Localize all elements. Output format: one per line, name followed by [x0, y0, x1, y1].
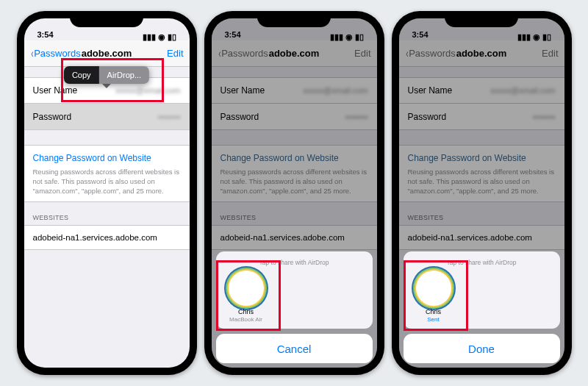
wifi-icon: ◉	[158, 32, 165, 39]
password-row[interactable]: Password ••••••••	[24, 104, 190, 130]
screen-2: 3:54 ▮▮▮ ◉ ▮▯ ‹ Passwords adobe.com Edit…	[212, 18, 377, 368]
website-item[interactable]: adobeid-na1.services.adobe.com	[24, 225, 190, 250]
done-button[interactable]: Done	[404, 334, 560, 363]
highlight-box	[216, 260, 281, 331]
phone-2: 3:54 ▮▮▮ ◉ ▮▯ ‹ Passwords adobe.com Edit…	[204, 11, 384, 375]
back-label: Passwords	[34, 48, 81, 59]
signal-icon: ▮▮▮	[143, 32, 156, 39]
highlight-box	[61, 58, 164, 102]
notch	[445, 11, 518, 27]
back-button[interactable]: ‹ Passwords	[30, 48, 81, 59]
edit-button[interactable]: Edit	[167, 48, 183, 59]
cancel-button[interactable]: Cancel	[216, 334, 373, 363]
websites-header: WEBSITES	[24, 202, 190, 225]
notch	[257, 11, 331, 27]
change-password-row[interactable]: Change Password on Website Reusing passw…	[24, 145, 190, 202]
status-icons: ▮▮▮ ◉ ▮▯	[143, 32, 176, 39]
page-title: adobe.com	[82, 48, 132, 59]
password-value: ••••••••	[71, 112, 180, 121]
password-label: Password	[33, 112, 72, 122]
highlight-box	[404, 260, 468, 331]
phone-1: 3:54 ▮▮▮ ◉ ▮▯ ‹ Passwords adobe.com Edit…	[17, 11, 197, 375]
change-password-link[interactable]: Change Password on Website	[33, 153, 181, 163]
status-time: 3:54	[37, 30, 54, 39]
phone-3: 3:54 ▮▮▮ ◉ ▮▯ ‹ Passwords adobe.com Edit…	[392, 11, 572, 375]
notch	[70, 11, 143, 27]
reuse-warning: Reusing passwords across different websi…	[33, 168, 181, 196]
screen-3: 3:54 ▮▮▮ ◉ ▮▯ ‹ Passwords adobe.com Edit…	[399, 18, 564, 368]
battery-icon: ▮▯	[168, 32, 176, 39]
screen-1: 3:54 ▮▮▮ ◉ ▮▯ ‹ Passwords adobe.com Edit…	[24, 18, 190, 368]
